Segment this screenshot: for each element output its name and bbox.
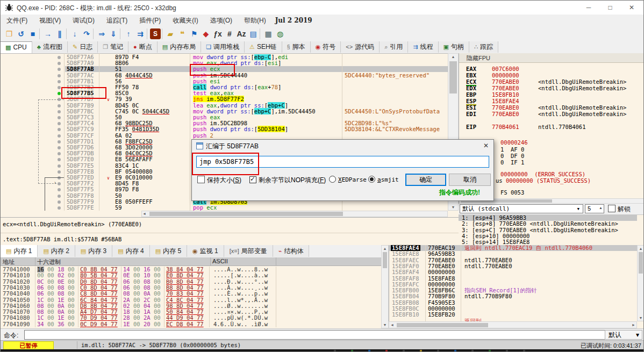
a-to-z-icon[interactable]: Az	[236, 28, 247, 39]
bullet-dot[interactable]	[58, 104, 61, 107]
scroll-thumb[interactable]	[149, 212, 343, 216]
tab-内存 3[interactable]: ▤内存 3	[75, 245, 112, 257]
stack-row[interactable]: 15E8FAF815E8FAE8	[389, 276, 638, 282]
label-icon[interactable]: ⚑	[189, 28, 199, 39]
stack-row[interactable]: 15E8FB1015E8FB20	[389, 312, 638, 318]
modules-icon[interactable]: ▤	[248, 28, 259, 39]
maximize-button[interactable]: □	[599, 1, 621, 15]
open-file-icon[interactable]: ❐	[4, 28, 15, 39]
scroll-thumb[interactable]	[449, 61, 457, 94]
hash-icon[interactable]: #	[224, 28, 235, 39]
tab-内存 1[interactable]: ▤内存 1	[1, 245, 38, 257]
dump-vertical-scrollbar[interactable]: ▲ ▼	[381, 245, 389, 328]
bullet-dot[interactable]	[58, 134, 61, 138]
comment-icon[interactable]: ❝	[177, 28, 188, 39]
scroll-up-arrow[interactable]: ▲	[382, 247, 388, 250]
settings-globe-icon[interactable]: ◍	[275, 28, 285, 39]
stack-row[interactable]: 15E8FB0C00000000	[389, 306, 638, 312]
argument-depth-spinner[interactable]: 5▲▼	[585, 204, 604, 213]
menu-item-文件[interactable]: 文件(F)	[1, 15, 33, 27]
bookmark-icon[interactable]: ◆	[201, 28, 211, 39]
tab-内存 5[interactable]: ▤内存 5	[150, 245, 187, 257]
tab-监视 1[interactable]: ◉监视 1	[187, 245, 224, 257]
bullet-dot[interactable]	[58, 206, 61, 210]
calculator-icon[interactable]: ▦	[263, 28, 274, 39]
bullet-dot[interactable]	[58, 176, 61, 179]
dump-row[interactable]: 7704109034 00 36 000C D9 04 771E 00 20 0…	[1, 321, 381, 327]
memory-dump-view[interactable]: 7704100016 00 18 00C0 8B 04 7714 00 16 0…	[1, 267, 381, 327]
tab-调用堆栈[interactable]: ❏调用堆栈	[201, 41, 245, 53]
ok-button[interactable]: 确定	[405, 174, 446, 186]
dialog-close-icon[interactable]: ✕	[481, 141, 491, 150]
bullet-dot[interactable]	[58, 170, 61, 174]
bullet-dot[interactable]	[58, 86, 61, 89]
menu-item-选项[interactable]: 选项(O)	[204, 15, 238, 27]
bullet-dot[interactable]	[58, 140, 61, 143]
scroll-thumb[interactable]	[639, 252, 643, 274]
unlock-checkbox[interactable]: 解锁	[608, 205, 631, 214]
bullet-dot[interactable]	[58, 122, 61, 125]
tab-脚本[interactable]: §脚本	[282, 41, 311, 53]
command-mode-select[interactable]: 默认▾	[605, 330, 642, 340]
scroll-left-arrow[interactable]: ◄	[390, 323, 394, 327]
stack-row[interactable]: 15E8FB08F45905E3	[389, 300, 638, 306]
bullet-dot[interactable]	[58, 68, 61, 71]
tab-断点[interactable]: ●断点	[128, 41, 158, 53]
scroll-right-arrow[interactable]: ►	[632, 323, 635, 327]
run-to-cursor-icon[interactable]: ⇒	[96, 28, 107, 39]
cancel-button[interactable]: 取消	[449, 174, 491, 186]
minimize-button[interactable]: ─	[578, 1, 599, 15]
tab-局部变量[interactable]: [x=]局部变量	[224, 245, 273, 257]
tab-内存布局[interactable]: ▤内存布局	[158, 41, 201, 53]
hide-fpu-button[interactable]: 隐藏FPU	[459, 53, 644, 63]
arguments-view[interactable]: 1: [esp+4] 96A59BB32: [esp+8] 770EABE0 <…	[459, 215, 637, 245]
bullet-dot[interactable]	[58, 80, 61, 83]
restart-icon[interactable]: ↺	[16, 28, 26, 39]
patch-icon[interactable]: ▰	[165, 28, 176, 39]
calling-convention-select[interactable]: 默认 (stdcall)▾	[460, 204, 583, 213]
stack-row[interactable]: 15E8FAEC770EABE0ntdll.770EABE0	[389, 257, 638, 263]
tab-跟踪[interactable]: ∴跟踪	[469, 41, 498, 53]
stack-vertical-scrollbar[interactable]: ▲ ▼	[637, 245, 644, 321]
bullet-dot[interactable]	[58, 110, 61, 113]
menu-item-插件[interactable]: 插件(P)	[133, 15, 167, 27]
bullet-dot[interactable]	[58, 152, 61, 155]
run-to-user-code-icon[interactable]: ⇉	[135, 28, 146, 39]
bullet-dot[interactable]	[58, 128, 61, 131]
execute-till-return-icon[interactable]: ↑	[123, 28, 134, 39]
disasm-row[interactable]: 5D8F77FE59pop ecx	[1, 205, 448, 211]
tab-SEH链[interactable]: ⚠SEH链	[245, 41, 282, 53]
menu-item-视图[interactable]: 视图(V)	[33, 15, 67, 27]
stop-icon[interactable]: ■	[27, 28, 38, 39]
register-row[interactable]: ECX770EABE0<ntdll.DbgUiRemoteBreakin>	[466, 79, 643, 85]
menu-item-收藏夹[interactable]: 收藏夹(I)	[167, 15, 204, 27]
breakpoint-dot[interactable]	[58, 92, 61, 95]
tab-流程图[interactable]: ♣流程图	[32, 41, 68, 53]
tab-CPU[interactable]: ▩CPU	[1, 41, 32, 53]
tab-内存 2[interactable]: ▤内存 2	[38, 245, 75, 257]
register-row[interactable]: ESI770EABE0<ntdll.DbgUiRemoteBreakin>	[466, 105, 643, 111]
tab-符号[interactable]: ◉符号	[311, 41, 341, 53]
tab-笔记[interactable]: ❐笔记	[98, 41, 128, 53]
nop-fill-checkbox[interactable]: 剩余字节以NOP填充(F)	[249, 176, 326, 185]
stack-row[interactable]: 15E8FAF400000000	[389, 269, 638, 275]
command-input[interactable]	[24, 330, 606, 340]
register-row[interactable]: EBP15E8FB10	[466, 92, 643, 98]
tab-日志[interactable]: ✎日志	[68, 41, 98, 53]
tab-结构体[interactable]: ⌁结构体	[273, 245, 310, 257]
bullet-dot[interactable]	[58, 195, 61, 198]
bullet-dot[interactable]	[58, 164, 61, 168]
bullet-dot[interactable]	[58, 146, 61, 149]
scroll-down-arrow[interactable]: ▼	[638, 316, 644, 320]
tab-线程[interactable]: ⇉线程	[408, 41, 438, 53]
stack-view[interactable]: 15E8FAE4770EAC19返回到 ntdll.770EAC19 自 ntd…	[389, 245, 638, 321]
keep-size-checkbox[interactable]: 保持大小(S)	[197, 176, 241, 185]
scroll-up-arrow[interactable]: ▲	[448, 55, 458, 59]
register-row[interactable]: EDX770EABE0<ntdll.DbgUiRemoteBreakin>	[466, 85, 643, 91]
stack-horizontal-scrollbar[interactable]: ◄ ►	[389, 321, 637, 328]
argument-row[interactable]: 5: [esp+14] 15E8FAE8	[459, 239, 637, 245]
stack-row[interactable]: 15E8FB0015E8FB6C指向SEH_Record[1]的指针	[389, 288, 638, 293]
tab-内存 4[interactable]: ▤内存 4	[112, 245, 149, 257]
tab-句柄[interactable]: ▣句柄	[439, 41, 469, 53]
step-out-icon[interactable]: ⇓	[108, 28, 119, 39]
